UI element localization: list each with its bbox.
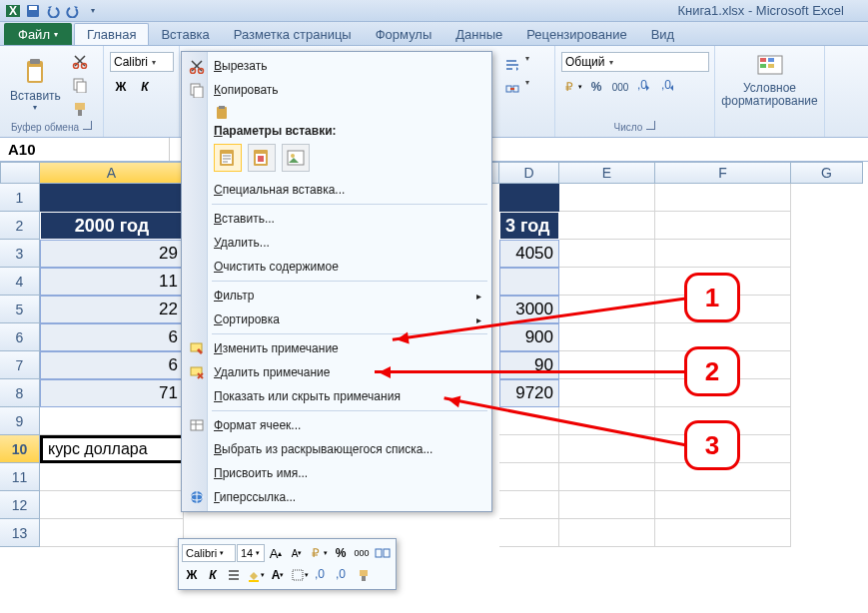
format-painter-icon[interactable] (69, 98, 91, 120)
row-header-6[interactable]: 6 (0, 323, 40, 351)
cell-e4[interactable] (559, 268, 655, 296)
name-box[interactable]: A10 (0, 138, 170, 161)
row-header-5[interactable]: 5 (0, 296, 40, 323)
italic-button[interactable]: К (134, 76, 156, 98)
row-header-11[interactable]: 11 (0, 463, 40, 491)
cell-d1[interactable] (499, 184, 559, 212)
mini-grow-font-icon[interactable]: A▴ (266, 543, 286, 563)
mini-size-select[interactable]: 14 (237, 544, 265, 562)
redo-icon[interactable] (64, 2, 82, 20)
cell-e6[interactable] (559, 323, 655, 351)
cell-a5[interactable]: 22 (40, 296, 184, 323)
paste-option-values[interactable] (248, 144, 276, 172)
mini-font-select[interactable]: Calibri (182, 544, 236, 562)
cell-a1[interactable] (40, 184, 184, 212)
mini-decrease-decimal-icon[interactable]: ,0 (333, 565, 353, 585)
ctx-sort[interactable]: Сортировка (184, 307, 489, 331)
paste-option-picture[interactable] (282, 144, 310, 172)
ctx-hyperlink[interactable]: Гиперссылка... (184, 485, 489, 509)
ctx-filter[interactable]: Фильтр (184, 284, 489, 307)
row-header-13[interactable]: 13 (0, 519, 40, 547)
row-header-4[interactable]: 4 (0, 268, 40, 296)
cell-a12[interactable] (40, 491, 184, 519)
copy-icon[interactable] (69, 74, 91, 96)
cell-a3[interactable]: 29 (40, 240, 184, 268)
mini-shrink-font-icon[interactable]: A▾ (287, 543, 307, 563)
cut-icon[interactable] (69, 50, 91, 72)
cell-a11[interactable] (40, 463, 184, 491)
mini-font-color-icon[interactable]: A▾ (268, 565, 288, 585)
excel-icon[interactable]: X (4, 2, 22, 20)
cell-e10[interactable] (559, 435, 655, 463)
ctx-define-name[interactable]: Присвоить имя... (184, 461, 489, 485)
tab-home[interactable]: Главная (74, 23, 149, 45)
ctx-insert[interactable]: Вставить... (184, 207, 489, 231)
row-header-9[interactable]: 9 (0, 407, 40, 435)
increase-decimal-icon[interactable]: ,0 (633, 76, 655, 98)
currency-icon[interactable]: ₽▾ (561, 76, 583, 98)
cell-e8[interactable] (559, 379, 655, 407)
percent-icon[interactable]: % (585, 76, 607, 98)
wrap-text-icon[interactable] (501, 54, 523, 76)
cell-a6[interactable]: 6 (40, 323, 184, 351)
cell-a7[interactable]: 6 (40, 351, 184, 379)
mini-format-painter-icon[interactable] (354, 565, 374, 585)
ctx-format-cells[interactable]: Формат ячеек... (184, 413, 489, 437)
cell-d13[interactable] (499, 519, 559, 547)
mini-borders-icon[interactable]: ▾ (289, 565, 311, 585)
cell-e2[interactable] (559, 212, 655, 240)
tab-layout[interactable]: Разметка страницы (222, 23, 364, 45)
cell-d2[interactable]: 3 год (499, 212, 559, 240)
cell-a2[interactable]: 2000 год (40, 212, 184, 240)
cell-e3[interactable] (559, 240, 655, 268)
row-header-1[interactable]: 1 (0, 184, 40, 212)
tab-view[interactable]: Вид (639, 23, 687, 45)
tab-file[interactable]: Файл (4, 23, 72, 45)
row-header-3[interactable]: 3 (0, 240, 40, 268)
cell-f1[interactable] (655, 184, 791, 212)
cell-d4[interactable] (499, 268, 559, 296)
comma-icon[interactable]: 000 (609, 76, 631, 98)
merge-icon[interactable] (501, 78, 523, 100)
paste-button[interactable]: Вставить ▾ (6, 55, 65, 114)
cell-d12[interactable] (499, 491, 559, 519)
undo-icon[interactable] (44, 2, 62, 20)
col-header-e[interactable]: E (559, 162, 655, 184)
col-header-d[interactable]: D (499, 162, 559, 184)
cell-a4[interactable]: 11 (40, 268, 184, 296)
cell-d10[interactable] (499, 435, 559, 463)
mini-bold-button[interactable]: Ж (182, 565, 202, 585)
row-header-7[interactable]: 7 (0, 351, 40, 379)
cell-e1[interactable] (559, 184, 655, 212)
cell-d7[interactable]: 90 (499, 351, 559, 379)
cell-d11[interactable] (499, 463, 559, 491)
ctx-paste-special[interactable]: Специальная вставка... (184, 178, 489, 202)
row-header-8[interactable]: 8 (0, 379, 40, 407)
mini-comma-icon[interactable]: 000 (352, 543, 372, 563)
ctx-edit-comment[interactable]: Изменить примечание (184, 336, 489, 360)
cell-a9[interactable] (40, 407, 184, 435)
mini-currency-icon[interactable]: ₽▾ (308, 543, 330, 563)
mini-merge-icon[interactable] (373, 543, 393, 563)
cell-e12[interactable] (559, 491, 655, 519)
tab-review[interactable]: Рецензирование (514, 23, 638, 45)
tab-formulas[interactable]: Формулы (364, 23, 444, 45)
cell-e7[interactable] (559, 351, 655, 379)
mini-percent-icon[interactable]: % (331, 543, 351, 563)
mini-increase-decimal-icon[interactable]: ,0 (312, 565, 332, 585)
ctx-delete[interactable]: Удалить... (184, 231, 489, 255)
decrease-decimal-icon[interactable]: ,0 (657, 76, 679, 98)
tab-data[interactable]: Данные (443, 23, 514, 45)
number-format-select[interactable]: Общий (561, 52, 709, 72)
col-header-g[interactable]: G (791, 162, 863, 184)
cell-f13[interactable] (655, 519, 791, 547)
conditional-formatting-button[interactable]: Условное форматирование (721, 48, 818, 110)
mini-align-icon[interactable] (224, 565, 244, 585)
cell-a10[interactable]: курс доллара (40, 435, 184, 463)
select-all-corner[interactable] (0, 162, 40, 184)
ctx-pick-from-list[interactable]: Выбрать из раскрывающегося списка... (184, 437, 489, 461)
cell-a8[interactable]: 71 (40, 379, 184, 407)
bold-button[interactable]: Ж (110, 76, 132, 98)
col-header-a[interactable]: A (40, 162, 184, 184)
font-name-select[interactable]: Calibri (110, 52, 174, 72)
